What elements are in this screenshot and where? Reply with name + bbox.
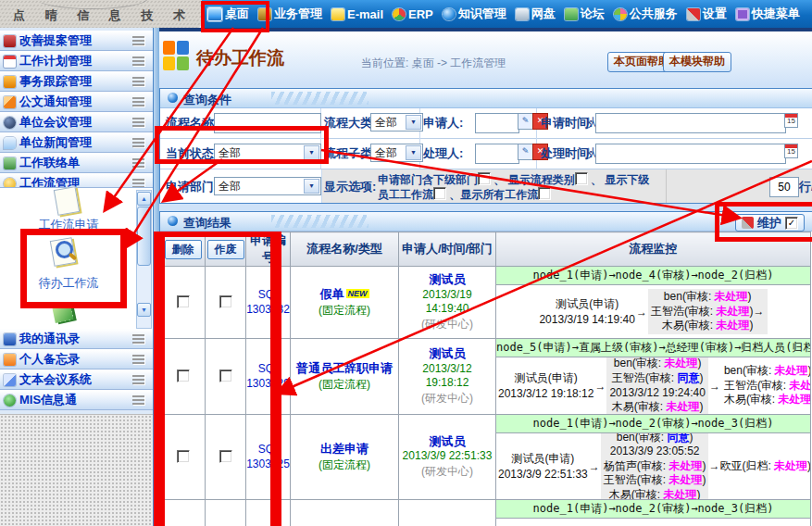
drag-handle-icon[interactable] (132, 118, 144, 127)
sidebar-item-my-contacts[interactable]: 我的通讯录 (0, 329, 153, 349)
chevron-down-icon[interactable]: ▼ (406, 115, 421, 130)
void-button[interactable]: 作废 (207, 240, 244, 259)
query-section-title: 查询条件 (183, 92, 231, 108)
topbar-item-netdisk[interactable]: 网盘 (512, 6, 559, 22)
flow-subcategory-label: 流程子类: (324, 145, 376, 162)
maintain-checkbox[interactable]: ✓ (785, 217, 798, 230)
table-row: SQ- 出差申请(固定流程) 测试员2013/3/9 22:48:03 node… (161, 500, 811, 526)
maintain-button[interactable]: 维护 ✓ (735, 214, 805, 232)
calendar-icon[interactable]: 15 (784, 144, 798, 158)
sidebar-item-official-notice[interactable]: 公文通知管理 (0, 92, 153, 112)
delete-button[interactable]: 删除 (165, 240, 202, 259)
col-flow-name: 流程名称/类型 (291, 232, 399, 267)
chevron-down-icon[interactable]: ▼ (304, 145, 319, 160)
scroll-up-button[interactable]: ▲ (137, 192, 151, 206)
topbar-item-quick-menu[interactable]: 快捷菜单 (732, 6, 804, 22)
topbar-item-desktop[interactable]: 桌面 (204, 6, 253, 22)
sidebar-item-mis-messenger[interactable]: MIS信息通 (0, 390, 153, 410)
sidebar-item-improvement-proposal[interactable]: 改善提案管理 (0, 31, 153, 51)
workflow-apply-icon[interactable] (52, 184, 83, 214)
topbar-label: 知识管理 (458, 6, 506, 22)
note-icon (4, 157, 16, 169)
drag-handle-icon[interactable] (132, 395, 144, 405)
pending-workflow-icon[interactable] (48, 236, 81, 268)
chevron-down-icon[interactable]: ▼ (304, 179, 319, 194)
flow-category-select[interactable]: 全部▼ (370, 113, 423, 132)
check-icon: ✓ (788, 218, 795, 228)
option-checkbox[interactable] (538, 187, 551, 200)
option-checkbox[interactable] (478, 172, 491, 185)
tools-icon (687, 8, 700, 20)
next-panel-icon[interactable] (52, 303, 78, 327)
void-checkbox[interactable] (219, 295, 232, 308)
calendar-icon[interactable]: 15 (784, 113, 798, 128)
table-row: SQ-1303025 出差申请(固定流程) 测试员2013/3/9 22:51:… (161, 415, 811, 500)
chevron-down-icon[interactable]: ▼ (406, 145, 421, 160)
topbar-item-settings[interactable]: 设置 (683, 6, 731, 22)
chevron-up-icon: ▲ (141, 195, 147, 202)
drag-handle-icon[interactable] (132, 375, 144, 384)
void-checkbox[interactable] (219, 450, 232, 463)
apply-time-from-input[interactable] (595, 113, 786, 133)
flow-category-label: 流程大类: (324, 115, 376, 132)
flow-name-input[interactable] (214, 113, 321, 133)
col-flow-monitor: 流程监控 (496, 232, 811, 267)
flow-name-link[interactable]: 假单NEW (291, 286, 398, 303)
flow-name-link[interactable]: 普通员工辞职申请 (291, 360, 398, 377)
drag-handle-icon[interactable] (132, 36, 144, 45)
desktop-icon (207, 7, 222, 21)
delete-checkbox[interactable] (177, 369, 190, 382)
drag-handle-icon[interactable] (132, 97, 144, 106)
drag-handle-icon[interactable] (132, 77, 144, 86)
select-person-icon[interactable]: ✎ (518, 144, 533, 160)
panel-scrollbar[interactable]: ▲ ▼ (136, 190, 152, 329)
messenger-icon (4, 394, 16, 407)
sidebar-item-work-plan[interactable]: 工作计划管理 (0, 51, 153, 71)
delete-checkbox[interactable] (177, 295, 190, 308)
module-help-button[interactable]: 本模块帮助 (663, 52, 731, 72)
topbar-item-business[interactable]: 业务管理 (255, 6, 326, 22)
panel-item-pending-workflow[interactable]: 待办工作流 (0, 275, 137, 292)
void-checkbox[interactable] (219, 369, 232, 382)
drag-handle-icon[interactable] (132, 355, 144, 364)
topbar-item-knowledge[interactable]: 知识管理 (439, 6, 510, 22)
scrollbar-thumb[interactable] (137, 207, 151, 266)
option-checkbox[interactable] (575, 172, 588, 185)
apply-dept-select[interactable]: 全部▼ (214, 177, 321, 195)
drag-handle-icon[interactable] (132, 158, 144, 168)
calendar-icon (4, 56, 16, 68)
scroll-down-button[interactable]: ▼ (137, 303, 151, 317)
handler-input[interactable] (475, 144, 519, 164)
topbar-item-email[interactable]: E-mail (328, 7, 387, 21)
topbar-item-erp[interactable]: ERP (389, 7, 437, 21)
handle-time-from-input[interactable] (595, 144, 786, 164)
delete-checkbox[interactable] (177, 450, 190, 463)
page-size-input[interactable] (769, 177, 799, 197)
select-person-icon[interactable]: ✎ (518, 113, 533, 130)
topbar-item-forum[interactable]: 论坛 (561, 6, 608, 22)
sidebar-item-task-tracking[interactable]: 事务跟踪管理 (0, 71, 153, 92)
sidebar-item-personal-memo[interactable]: 个人备忘录 (0, 349, 153, 369)
sidebar-item-text-meeting[interactable]: 文本会议系统 (0, 369, 153, 390)
topbar-item-public-service[interactable]: 公共服务 (610, 6, 681, 22)
drag-handle-icon[interactable] (132, 138, 144, 147)
apply-dept-label: 申请部门: (166, 179, 218, 195)
col-apply-id: 申请编号 (246, 232, 291, 267)
chevron-down-icon: ▼ (141, 307, 147, 313)
option-checkbox[interactable] (433, 187, 446, 200)
applicant-input[interactable] (475, 113, 519, 133)
drag-handle-icon[interactable] (132, 56, 144, 66)
people-icon (4, 333, 16, 345)
hatch-decoration (271, 92, 369, 105)
flow-subcategory-select[interactable]: 全部▼ (370, 144, 423, 162)
sidebar-item-work-contact[interactable]: 工作联络单 (0, 153, 153, 173)
flow-monitor-cell: node_1(申请)→node_4(审核)→node_2(归档) 测试员(申请)… (496, 267, 811, 339)
panel-item-workflow-apply[interactable]: 工作流申请 (0, 217, 137, 233)
sidebar-item-news[interactable]: 单位新闻管理 (0, 132, 153, 153)
topbar-label: E-mail (347, 7, 383, 21)
sidebar-item-meeting[interactable]: 单位会议管理 (0, 112, 153, 132)
drag-handle-icon[interactable] (132, 334, 144, 344)
current-status-select[interactable]: 全部▼ (214, 144, 321, 162)
main-content: 待办工作流 当前位置: 桌面 -> 工作流管理 本页面帮助 本模块帮助 查询条件… (159, 28, 812, 526)
flow-name-link[interactable]: 出差申请 (291, 441, 398, 457)
